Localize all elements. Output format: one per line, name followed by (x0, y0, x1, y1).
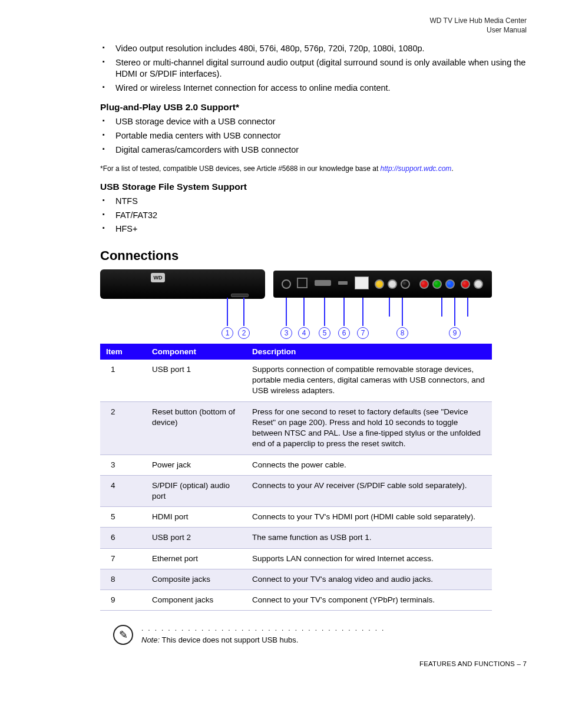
composite-audio-r-jack-icon (401, 279, 410, 289)
device-rear-view (273, 271, 492, 298)
usb-port-1-icon (231, 294, 249, 297)
usb-support-heading: Plug-and-Play USB 2.0 Support* (100, 102, 527, 113)
cell-item: 2 (100, 401, 146, 454)
note-content: ........................................… (141, 625, 527, 644)
callout-number: 7 (357, 327, 369, 339)
cell-component: HDMI port (146, 507, 246, 528)
cell-description: Connects to your AV receiver (S/PDIF cab… (246, 475, 492, 506)
cell-item: 3 (100, 454, 146, 475)
cell-component: Component jacks (146, 590, 246, 611)
callout-line (454, 298, 455, 326)
cell-component: Composite jacks (146, 569, 246, 589)
list-item: NTFS (100, 196, 527, 207)
callout-number: 3 (280, 327, 292, 339)
doc-subtitle: User Manual (487, 26, 527, 34)
connections-table: Item Component Description 1 USB port 1 … (100, 344, 492, 611)
callout-number: 9 (449, 327, 461, 339)
fs-support-heading: USB Storage File System Support (100, 182, 527, 192)
connections-diagram: WD 1 2 3 (100, 269, 492, 340)
hdmi-port-icon (315, 280, 331, 286)
feature-list-top: Video output resolution includes 480i, 5… (100, 43, 527, 94)
cell-item: 1 (100, 360, 146, 401)
list-item: FAT/FAT32 (100, 210, 527, 222)
callout-line (441, 298, 442, 317)
callout-line (467, 298, 468, 317)
cell-component: USB port 1 (146, 360, 246, 401)
table-row: 1 USB port 1 Supports connection of comp… (100, 360, 492, 401)
cell-component: Ethernet port (146, 548, 246, 569)
cell-item: 8 (100, 569, 146, 589)
table-row: 2 Reset button (bottom of device) Press … (100, 401, 492, 454)
note-block: ✎ ......................................… (113, 625, 527, 645)
list-item: Wired or wireless Internet connection fo… (100, 83, 527, 94)
note-label: Note: (141, 635, 160, 644)
cell-item: 4 (100, 475, 146, 506)
list-item: Digital cameras/camcorders with USB conn… (100, 144, 527, 156)
list-item: Portable media centers with USB connecto… (100, 130, 527, 142)
cell-item: 9 (100, 590, 146, 611)
callout-number: 8 (396, 327, 408, 339)
table-row: 8 Composite jacks Connect to your TV's a… (100, 569, 492, 589)
list-item: Video output resolution includes 480i, 5… (100, 43, 527, 55)
col-description: Description (246, 344, 492, 360)
list-item: HFS+ (100, 223, 527, 235)
component-audio-l-jack-icon (474, 279, 483, 289)
doc-header: WD TV Live Hub Media Center User Manual (35, 17, 527, 35)
note-icon: ✎ (113, 625, 133, 645)
footnote-suffix: . (451, 164, 453, 173)
cell-description: Connects to your TV's HDMI port (HDMI ca… (246, 507, 492, 528)
device-front-view: WD (100, 269, 265, 299)
list-item: Stereo or multi-channel digital surround… (100, 57, 527, 80)
composite-audio-l-jack-icon (388, 279, 397, 289)
footer-page: 7 (523, 660, 527, 667)
cell-description: Connect to your TV's analog video and au… (246, 569, 492, 589)
callout-number: 6 (338, 327, 350, 339)
usb-support-list: USB storage device with a USB connector … (100, 116, 527, 156)
callout-line (286, 298, 287, 326)
cell-component: Power jack (146, 454, 246, 475)
callout-line (227, 298, 228, 326)
power-jack-icon (282, 279, 291, 289)
wd-logo-icon: WD (151, 273, 165, 282)
cell-description: Supports LAN connection for wired Intern… (246, 548, 492, 569)
callout-line (343, 298, 345, 326)
cell-description: The same function as USB port 1. (246, 528, 492, 548)
col-item: Item (100, 344, 146, 360)
callout-line (389, 298, 390, 317)
connections-heading: Connections (100, 248, 527, 263)
cell-item: 5 (100, 507, 146, 528)
callout-line (243, 298, 244, 326)
callout-number: 2 (238, 327, 250, 339)
cell-component: USB port 2 (146, 528, 246, 548)
content-column: Video output resolution includes 480i, 5… (100, 43, 527, 645)
spdif-port-icon (297, 278, 308, 288)
cell-description: Press for one second to reset to factory… (246, 401, 492, 454)
cell-item: 6 (100, 528, 146, 548)
composite-video-jack-icon (375, 279, 384, 289)
callout-number: 1 (222, 327, 233, 339)
callout-line (402, 298, 403, 326)
usb-footnote: *For a list of tested, compatible USB de… (100, 164, 527, 173)
page-footer: FEATURES AND FUNCTIONS – 7 (35, 660, 527, 667)
footnote-link[interactable]: http://support.wdc.com (381, 164, 452, 173)
cell-description: Connect to your TV's component (YPbPr) t… (246, 590, 492, 611)
callout-line (362, 298, 363, 326)
cell-component: S/PDIF (optical) audio port (146, 475, 246, 506)
cell-item: 7 (100, 548, 146, 569)
table-row: 5 HDMI port Connects to your TV's HDMI p… (100, 507, 492, 528)
col-component: Component (146, 344, 246, 360)
component-audio-r-jack-icon (461, 279, 470, 289)
note-body: This device does not support USB hubs. (160, 635, 298, 644)
callout-number: 5 (319, 327, 330, 339)
usb-port-2-icon (338, 281, 348, 285)
ethernet-port-icon (355, 276, 369, 289)
component-pb-jack-icon (445, 279, 455, 289)
list-item: USB storage device with a USB connector (100, 116, 527, 128)
component-pr-jack-icon (419, 279, 429, 289)
footer-sep: – (515, 660, 523, 667)
table-row: 3 Power jack Connects the power cable. (100, 454, 492, 475)
dotted-rule: ........................................… (141, 625, 389, 632)
note-text: Note: This device does not support USB h… (141, 635, 527, 644)
doc-title: WD TV Live Hub Media Center (429, 17, 527, 25)
table-row: 9 Component jacks Connect to your TV's c… (100, 590, 492, 611)
